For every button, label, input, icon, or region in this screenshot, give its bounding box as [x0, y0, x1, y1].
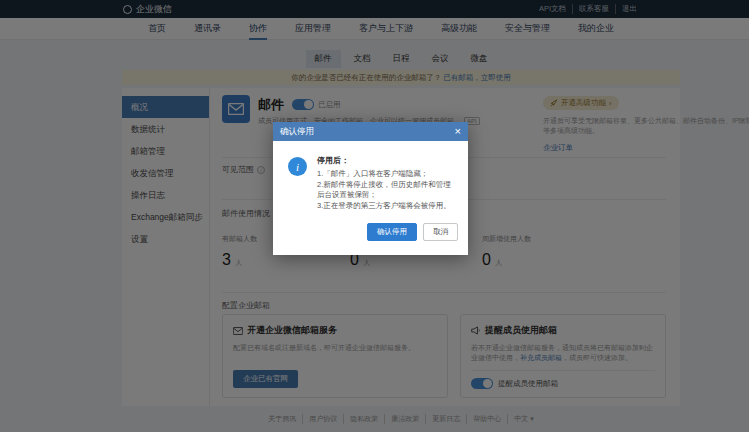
dialog-line-1: 1.「邮件」入口将在客户端隐藏；	[317, 169, 456, 180]
dialog-line-2: 2.新邮件将停止接收，但历史邮件和管理后台设置被保留；	[317, 180, 456, 201]
dialog-title: 确认停用	[280, 126, 314, 138]
dialog-header: 确认停用 ×	[273, 122, 468, 141]
info-circle-icon: i	[288, 157, 307, 176]
dialog-line-3: 3.正在登录的第三方客户端将会被停用。	[317, 201, 456, 212]
confirm-disable-button[interactable]: 确认停用	[367, 223, 417, 241]
dialog-body: i 停用后： 1.「邮件」入口将在客户端隐藏； 2.新邮件将停止接收，但历史邮件…	[273, 141, 468, 219]
confirm-disable-dialog: 确认停用 × i 停用后： 1.「邮件」入口将在客户端隐藏； 2.新邮件将停止接…	[273, 122, 468, 255]
dialog-heading: 停用后：	[317, 155, 456, 166]
cancel-button[interactable]: 取消	[423, 223, 458, 241]
dialog-footer: 确认停用 取消	[273, 219, 468, 255]
close-icon[interactable]: ×	[455, 126, 461, 137]
